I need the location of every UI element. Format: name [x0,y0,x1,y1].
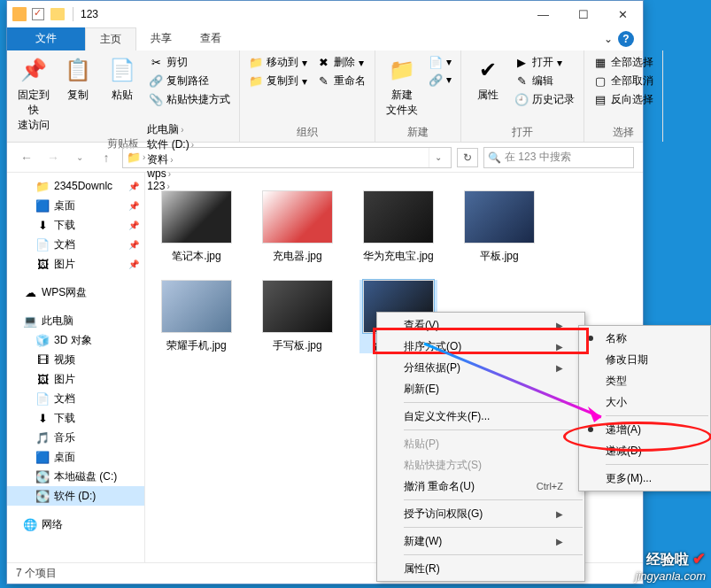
sidebar-item[interactable]: 🟦桌面📌 [7,196,144,215]
menu-item[interactable]: 自定义文件夹(F)... [377,406,584,427]
menu-item[interactable]: 名称 [579,328,710,349]
new-folder-button[interactable]: 📁 新建 文件夹 [383,54,421,123]
edit-button[interactable]: ✎编辑 [513,73,576,89]
maximize-button[interactable]: ☐ [563,1,603,27]
ribbon-caret-icon[interactable]: ⌄ [604,33,613,45]
recent-button[interactable]: ⌄ [69,147,90,168]
new-item-button[interactable]: 📄▾ [427,54,453,70]
sidebar-item-label: 文档 [54,237,75,252]
tab-share[interactable]: 共享 [136,27,186,50]
sidebar-item[interactable]: 📁2345Downlc📌 [7,176,144,196]
sidebar-item[interactable]: 🟦桌面 [7,447,144,467]
sidebar-item[interactable]: ⬇下载 [7,408,144,428]
item-count: 7 个项目 [16,566,57,581]
invert-select-button[interactable]: ▤反向选择 [591,91,655,108]
sidebar-item[interactable]: 🎞视频 [7,350,144,369]
minimize-button[interactable]: — [523,1,563,27]
delete-button[interactable]: ✖删除 ▾ [314,54,367,71]
thumbnail [161,280,232,333]
forward-button[interactable]: → [43,147,64,168]
file-item[interactable]: 华为充电宝.jpg [359,190,437,264]
menu-item[interactable]: 递减(D) [579,440,710,461]
menu-item[interactable]: 更多(M)... [579,468,710,489]
menu-item[interactable]: 撤消 重命名(U)Ctrl+Z [377,476,584,497]
sidebar-item-label: 图片 [54,257,75,272]
qat-properties-icon[interactable] [30,4,46,24]
tab-view[interactable]: 查看 [186,27,236,50]
sidebar-item-label: WPS网盘 [42,285,87,300]
file-item[interactable]: 手写板.jpg [259,280,336,353]
bullet-icon [588,336,593,341]
select-none-button[interactable]: ▢全部取消 [591,73,655,89]
submenu-arrow-icon: ▶ [556,537,563,546]
qat-new-folder-icon[interactable] [50,4,66,24]
move-to-button[interactable]: 📁移动到 ▾ [247,54,309,71]
help-icon[interactable]: ? [618,31,634,47]
titlebar: 123 — ☐ ✕ [7,1,643,27]
pin-quick-access-button[interactable]: 📌 固定到快 速访问 [14,54,53,135]
sidebar-item[interactable]: 🖼图片📌 [7,254,144,274]
sidebar-item[interactable]: 💽本地磁盘 (C:) [7,467,144,486]
menu-item[interactable]: 递增(A) [579,419,710,440]
bullet-icon [588,427,593,432]
breadcrumb-item[interactable]: 软件 (D:)› [147,137,194,152]
breadcrumb-item[interactable]: 此电脑› [147,122,194,137]
copy-button[interactable]: 📋复制 [58,54,97,135]
sidebar-icon: 📁 [35,179,50,193]
refresh-button[interactable]: ↻ [457,148,478,167]
menu-item[interactable]: 刷新(E) [377,378,584,399]
menu-item[interactable]: 分组依据(P)▶ [377,357,584,378]
submenu-arrow-icon: ▶ [556,342,563,352]
breadcrumb[interactable]: 📁 › 此电脑›软件 (D:)›资料›wps›123› ⌄ [122,147,452,168]
sidebar-this-pc[interactable]: 💻 此电脑 [7,311,144,330]
sidebar-item[interactable]: 📄文档 [7,389,144,408]
menu-item[interactable]: 类型 [579,370,710,391]
properties-button[interactable]: ✔属性 [468,54,507,123]
menu-item[interactable]: 新建(W)▶ [377,530,584,552]
tab-file[interactable]: 文件 [7,27,85,50]
sidebar: 📁2345Downlc📌🟦桌面📌⬇下载📌📄文档📌🖼图片📌 ☁WPS网盘 💻 此电… [7,173,145,562]
menu-item[interactable]: 修改日期 [579,349,710,370]
rename-button[interactable]: ✎重命名 [314,73,367,89]
file-item[interactable]: 荣耀手机.jpg [158,280,236,353]
back-button[interactable]: ← [16,147,37,168]
sidebar-item[interactable]: 📄文档📌 [7,235,144,254]
sidebar-item[interactable]: 🎵音乐 [7,428,144,447]
sidebar-item[interactable]: 💽软件 (D:) [7,486,144,506]
cut-button[interactable]: ✂剪切 [147,54,232,71]
menu-item[interactable]: 查看(V)▶ [377,314,584,336]
select-all-button[interactable]: ▦全部选择 [591,54,655,71]
sidebar-item[interactable]: ⬇下载📌 [7,215,144,235]
copy-path-button[interactable]: 🔗复制路径 [147,73,232,89]
sidebar-item[interactable]: 🖼图片 [7,369,144,389]
address-dropdown[interactable]: ⌄ [429,148,447,167]
easy-access-button[interactable]: 🔗▾ [427,72,453,88]
search-input[interactable]: 🔍 在 123 中搜索 [483,147,634,168]
up-button[interactable]: ↑ [96,147,117,168]
copy-to-button[interactable]: 📁复制到 ▾ [247,73,309,89]
menu-item-label: 授予访问权限(G) [404,507,483,522]
group-select-label: 选择 [591,123,655,140]
close-button[interactable]: ✕ [603,1,643,27]
sidebar-item-label: 桌面 [54,450,75,465]
paste-button[interactable]: 📄粘贴 [103,54,142,135]
sidebar-item[interactable]: 🧊3D 对象 [7,330,144,350]
open-button[interactable]: ▶打开 ▾ [513,54,576,71]
sidebar-item-label: 桌面 [54,198,75,213]
breadcrumb-item[interactable]: 资料› [147,152,194,167]
history-button[interactable]: 🕘历史记录 [513,91,576,108]
file-item[interactable]: 平板.jpg [460,190,538,264]
menu-item[interactable]: 授予访问权限(G)▶ [377,503,584,524]
paste-shortcut-button[interactable]: 📎粘贴快捷方式 [147,91,232,108]
address-bar: ← → ⌄ ↑ 📁 › 此电脑›软件 (D:)›资料›wps›123› ⌄ ↻ … [7,143,643,173]
menu-item[interactable]: 排序方式(O)▶ [377,336,584,357]
tab-home[interactable]: 主页 [85,27,136,50]
menu-item[interactable]: 属性(R) [377,558,584,579]
sidebar-item[interactable]: ☁WPS网盘 [7,282,144,302]
sidebar-item[interactable]: 🌐网络 [7,514,144,534]
sidebar-item-label: 文档 [54,391,75,406]
sidebar-icon: 🌐 [23,517,37,531]
menu-item[interactable]: 大小 [579,391,710,413]
file-item[interactable]: 充电器.jpg [259,190,336,264]
file-item[interactable]: 笔记本.jpg [158,190,236,264]
